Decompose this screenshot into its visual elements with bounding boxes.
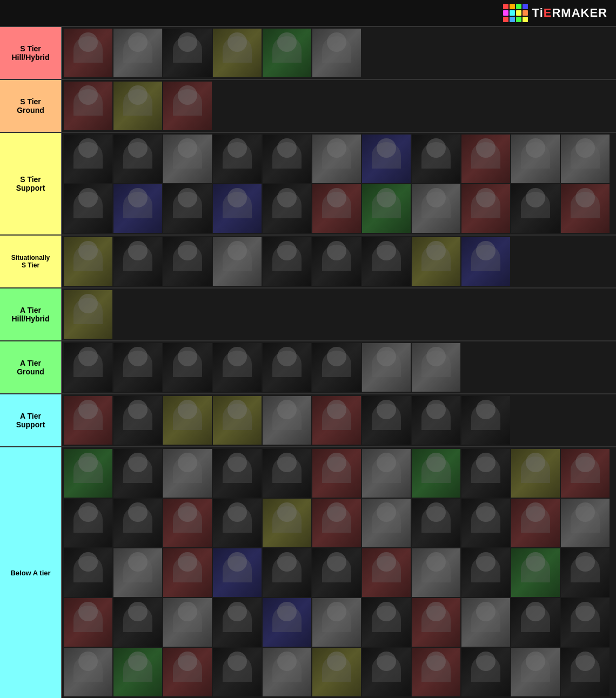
character-slot[interactable] [163, 82, 212, 130]
character-slot[interactable] [113, 237, 162, 286]
character-slot[interactable] [163, 548, 212, 597]
character-slot[interactable] [163, 29, 212, 77]
character-slot[interactable] [263, 499, 311, 547]
character-slot[interactable] [64, 135, 112, 183]
character-slot[interactable] [163, 598, 212, 647]
character-slot[interactable] [113, 82, 162, 130]
character-slot[interactable] [263, 184, 311, 233]
character-slot[interactable] [461, 449, 510, 498]
character-slot[interactable] [461, 396, 510, 445]
character-slot[interactable] [312, 343, 361, 392]
character-slot[interactable] [511, 135, 560, 183]
character-slot[interactable] [412, 343, 460, 392]
character-slot[interactable] [113, 648, 162, 696]
character-slot[interactable] [213, 396, 262, 445]
character-slot[interactable] [64, 184, 112, 233]
character-slot[interactable] [412, 184, 460, 233]
character-slot[interactable] [64, 499, 112, 547]
character-slot[interactable] [312, 648, 361, 696]
character-slot[interactable] [263, 648, 311, 696]
character-slot[interactable] [213, 499, 262, 547]
character-slot[interactable] [64, 82, 112, 130]
character-slot[interactable] [213, 648, 262, 696]
character-slot[interactable] [64, 449, 112, 498]
character-slot[interactable] [412, 499, 460, 547]
character-slot[interactable] [213, 449, 262, 498]
character-slot[interactable] [561, 598, 610, 647]
character-slot[interactable] [163, 184, 212, 233]
character-slot[interactable] [461, 184, 510, 233]
character-slot[interactable] [362, 499, 411, 547]
character-slot[interactable] [362, 598, 411, 647]
character-slot[interactable] [113, 548, 162, 597]
character-slot[interactable] [312, 449, 361, 498]
character-slot[interactable] [312, 499, 361, 547]
character-slot[interactable] [263, 548, 311, 597]
character-slot[interactable] [113, 184, 162, 233]
character-slot[interactable] [511, 184, 560, 233]
character-slot[interactable] [511, 449, 560, 498]
character-slot[interactable] [561, 499, 610, 547]
character-slot[interactable] [64, 548, 112, 597]
character-slot[interactable] [113, 396, 162, 445]
character-slot[interactable] [113, 343, 162, 392]
character-slot[interactable] [163, 499, 212, 547]
character-slot[interactable] [113, 449, 162, 498]
character-slot[interactable] [461, 135, 510, 183]
character-slot[interactable] [263, 135, 311, 183]
character-slot[interactable] [263, 396, 311, 445]
character-slot[interactable] [213, 548, 262, 597]
character-slot[interactable] [312, 396, 361, 445]
character-slot[interactable] [113, 598, 162, 647]
character-slot[interactable] [312, 135, 361, 183]
character-slot[interactable] [64, 598, 112, 647]
character-slot[interactable] [213, 135, 262, 183]
character-slot[interactable] [312, 548, 361, 597]
character-slot[interactable] [362, 648, 411, 696]
character-slot[interactable] [263, 449, 311, 498]
character-slot[interactable] [362, 396, 411, 445]
character-slot[interactable] [362, 449, 411, 498]
character-slot[interactable] [511, 648, 560, 696]
character-slot[interactable] [263, 29, 311, 77]
character-slot[interactable] [163, 396, 212, 445]
character-slot[interactable] [64, 237, 112, 286]
character-slot[interactable] [213, 237, 262, 286]
character-slot[interactable] [412, 598, 460, 647]
character-slot[interactable] [412, 237, 460, 286]
character-slot[interactable] [561, 184, 610, 233]
character-slot[interactable] [561, 648, 610, 696]
character-slot[interactable] [362, 135, 411, 183]
character-slot[interactable] [213, 29, 262, 77]
character-slot[interactable] [412, 548, 460, 597]
character-slot[interactable] [64, 396, 112, 445]
character-slot[interactable] [312, 598, 361, 647]
character-slot[interactable] [461, 548, 510, 597]
character-slot[interactable] [64, 648, 112, 696]
character-slot[interactable] [263, 343, 311, 392]
character-slot[interactable] [163, 449, 212, 498]
character-slot[interactable] [64, 29, 112, 77]
character-slot[interactable] [263, 598, 311, 647]
character-slot[interactable] [113, 135, 162, 183]
character-slot[interactable] [461, 598, 510, 647]
character-slot[interactable] [213, 184, 262, 233]
character-slot[interactable] [113, 29, 162, 77]
character-slot[interactable] [561, 135, 610, 183]
character-slot[interactable] [362, 343, 411, 392]
character-slot[interactable] [362, 548, 411, 597]
character-slot[interactable] [113, 499, 162, 547]
character-slot[interactable] [461, 499, 510, 547]
character-slot[interactable] [461, 648, 510, 696]
character-slot[interactable] [511, 598, 560, 647]
character-slot[interactable] [362, 237, 411, 286]
character-slot[interactable] [312, 184, 361, 233]
character-slot[interactable] [412, 135, 460, 183]
character-slot[interactable] [263, 237, 311, 286]
character-slot[interactable] [561, 449, 610, 498]
character-slot[interactable] [312, 237, 361, 286]
character-slot[interactable] [362, 184, 411, 233]
character-slot[interactable] [163, 237, 212, 286]
character-slot[interactable] [511, 499, 560, 547]
character-slot[interactable] [163, 648, 212, 696]
